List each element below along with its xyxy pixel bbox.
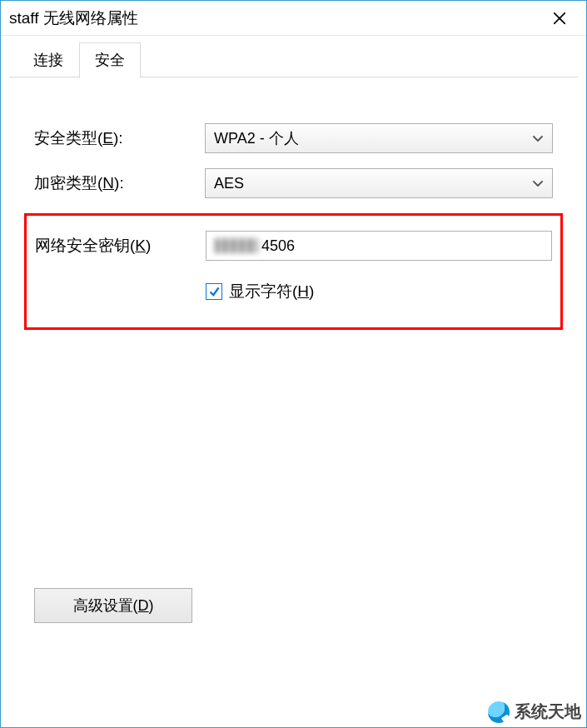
- row-encryption-type: 加密类型(N): AES: [34, 168, 553, 198]
- password-masked-part: [215, 238, 258, 253]
- chevron-down-icon: [532, 177, 544, 189]
- watermark-text: 系统天地: [515, 701, 581, 723]
- check-icon: [208, 286, 221, 298]
- watermark-logo-icon: [488, 701, 510, 723]
- tab-connect[interactable]: 连接: [17, 42, 79, 77]
- tab-content-security: 安全类型(E): WPA2 - 个人 加密类型(N): AES: [1, 77, 586, 330]
- close-icon: [554, 12, 565, 24]
- watermark: 系统天地: [488, 701, 581, 723]
- row-security-key: 网络安全密钥(K) 4506: [35, 231, 552, 261]
- password-visible-part: 4506: [261, 237, 295, 255]
- input-security-key[interactable]: 4506: [206, 231, 552, 261]
- advanced-settings-button[interactable]: 高级设置(D): [34, 588, 192, 623]
- label-show-characters: 显示字符(H): [229, 281, 314, 302]
- label-encryption-type: 加密类型(N):: [34, 172, 205, 194]
- row-show-characters: 显示字符(H): [206, 281, 552, 302]
- select-security-type[interactable]: WPA2 - 个人: [205, 123, 553, 153]
- row-security-type: 安全类型(E): WPA2 - 个人: [34, 123, 553, 153]
- select-encryption-type[interactable]: AES: [205, 168, 553, 198]
- tabstrip: 连接 安全: [1, 44, 586, 77]
- select-encryption-type-value: AES: [214, 175, 532, 192]
- wifi-properties-window: staff 无线网络属性 连接 安全 安全类型(E): WPA2 - 个人: [0, 0, 587, 728]
- tab-security[interactable]: 安全: [79, 42, 141, 78]
- label-security-type: 安全类型(E):: [34, 127, 205, 149]
- window-title: staff 无线网络属性: [9, 7, 543, 29]
- chevron-down-icon: [532, 132, 544, 144]
- titlebar: staff 无线网络属性: [1, 1, 586, 36]
- checkbox-show-characters[interactable]: [206, 283, 222, 300]
- label-security-key: 网络安全密钥(K): [35, 235, 206, 257]
- select-security-type-value: WPA2 - 个人: [214, 128, 532, 148]
- close-button[interactable]: [543, 2, 576, 35]
- annotation-highlight: 网络安全密钥(K) 4506 显示字符(H): [24, 213, 563, 330]
